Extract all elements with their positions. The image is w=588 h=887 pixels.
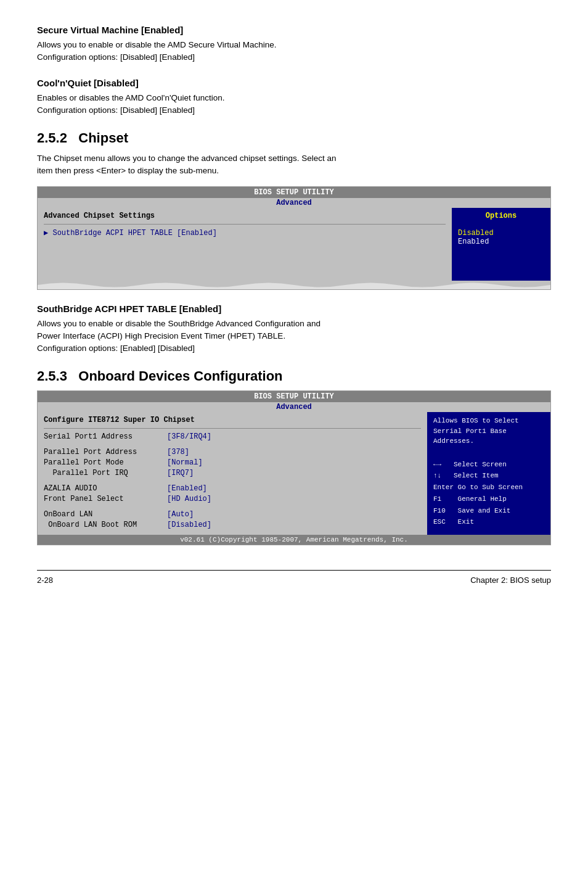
southbridge-body: Allows you to enable or disable the Sout… bbox=[37, 318, 551, 355]
chapter-252-section: 2.5.2 Chipset The Chipset menu allows yo… bbox=[37, 130, 551, 290]
nav-esc: ESC Exit bbox=[433, 516, 544, 528]
page-footer: 2-28 Chapter 2: BIOS setup bbox=[37, 570, 551, 585]
chapter-252-heading: 2.5.2 Chipset bbox=[37, 130, 551, 146]
row-onboard-lan-boot: OnBoard LAN Boot ROM [Disabled] bbox=[44, 521, 421, 529]
chipset-bios-left: Advanced Chipset Settings ▶ SouthBridge … bbox=[38, 208, 452, 281]
secure-vm-body: Allows you to enable or disable the AMD … bbox=[37, 39, 551, 64]
nav-enter: Enter Go to Sub Screen bbox=[433, 482, 544, 493]
coolnquiet-desc: Enables or disables the AMD Cool'n'Quiet… bbox=[37, 93, 225, 102]
row-parallel-port-mode: Parallel Port Mode [Normal] bbox=[44, 458, 421, 467]
southbridge-section: SouthBridge ACPI HPET TABLE [Enabled] Al… bbox=[37, 303, 551, 355]
secure-vm-heading: Secure Virtual Machine [Enabled] bbox=[37, 25, 551, 35]
onboard-bios-content: Configure ITE8712 Super IO Chipset Seria… bbox=[38, 412, 550, 535]
row-parallel-port-address: Parallel Port Address [378] bbox=[44, 448, 421, 456]
chapter-253-section: 2.5.3 Onboard Devices Configuration BIOS… bbox=[37, 368, 551, 545]
coolnquiet-config: Configuration options: [Disabled] [Enabl… bbox=[37, 105, 195, 115]
nav-f1: F1 General Help bbox=[433, 493, 544, 505]
row-onboard-lan: OnBoard LAN [Auto] bbox=[44, 510, 421, 519]
chipset-bios-options-title: Options bbox=[458, 212, 544, 220]
chipset-bios-subtitle: Advanced bbox=[38, 198, 550, 208]
row-front-panel: Front Panel Select [HD Audio] bbox=[44, 495, 421, 503]
southbridge-heading: SouthBridge ACPI HPET TABLE [Enabled] bbox=[37, 303, 551, 314]
chipset-bios-item: ▶ SouthBridge ACPI HPET TABLE [Enabled] bbox=[44, 228, 446, 237]
secure-vm-config: Configuration options: [Disabled] [Enabl… bbox=[37, 52, 195, 62]
chipset-bios-title: BIOS SETUP UTILITY bbox=[38, 187, 550, 198]
onboard-bios-nav: ←→ Select Screen ↑↓ Select Item Enter Go… bbox=[433, 459, 544, 528]
coolnquiet-body: Enables or disables the AMD Cool'n'Quiet… bbox=[37, 92, 551, 117]
onboard-bios-title: BIOS SETUP UTILITY bbox=[38, 391, 550, 402]
onboard-bios-help: Allows BIOS to Select Serrial Port1 Base… bbox=[433, 416, 544, 447]
nav-select-screen: ←→ Select Screen bbox=[433, 459, 544, 471]
coolnquiet-section: Cool'n'Quiet [Disabled] Enables or disab… bbox=[37, 78, 551, 117]
row-azalia-audio: AZALIA AUDIO [Enabled] bbox=[44, 484, 421, 493]
onboard-bios-right: Allows BIOS to Select Serrial Port1 Base… bbox=[427, 412, 550, 535]
nav-f10: F10 Save and Exit bbox=[433, 505, 544, 517]
chipset-bios-right: Options Disabled Enabled bbox=[452, 208, 550, 281]
onboard-bios-subtitle: Advanced bbox=[38, 402, 550, 412]
secure-vm-section: Secure Virtual Machine [Enabled] Allows … bbox=[37, 25, 551, 64]
chipset-bios-content: Advanced Chipset Settings ▶ SouthBridge … bbox=[38, 208, 550, 281]
chipset-bios-left-label: Advanced Chipset Settings bbox=[44, 212, 446, 220]
nav-select-item: ↑↓ Select Item bbox=[433, 470, 544, 482]
onboard-bios-footer: v02.61 (C)Copyright 1985-2007, American … bbox=[38, 535, 550, 545]
chapter-253-heading: 2.5.3 Onboard Devices Configuration bbox=[37, 368, 551, 384]
onboard-bios-left-label: Configure ITE8712 Super IO Chipset bbox=[44, 416, 421, 424]
row-serial-port1: Serial Port1 Address [3F8/IRQ4] bbox=[44, 432, 421, 441]
coolnquiet-heading: Cool'n'Quiet [Disabled] bbox=[37, 78, 551, 88]
secure-vm-desc: Allows you to enable or disable the AMD … bbox=[37, 40, 276, 49]
chapter-252-body: The Chipset menu allows you to change th… bbox=[37, 152, 551, 178]
page-number: 2-28 bbox=[37, 576, 53, 585]
chipset-option-enabled[interactable]: Enabled bbox=[458, 237, 544, 246]
onboard-bios-screen: BIOS SETUP UTILITY Advanced Configure IT… bbox=[37, 390, 551, 545]
chipset-option-disabled[interactable]: Disabled bbox=[458, 229, 544, 237]
row-parallel-port-irq: Parallel Port IRQ [IRQ7] bbox=[44, 469, 421, 477]
chipset-bios-screen: BIOS SETUP UTILITY Advanced Advanced Chi… bbox=[37, 186, 551, 290]
onboard-bios-left: Configure ITE8712 Super IO Chipset Seria… bbox=[38, 412, 427, 535]
chapter-label: Chapter 2: BIOS setup bbox=[470, 576, 551, 585]
